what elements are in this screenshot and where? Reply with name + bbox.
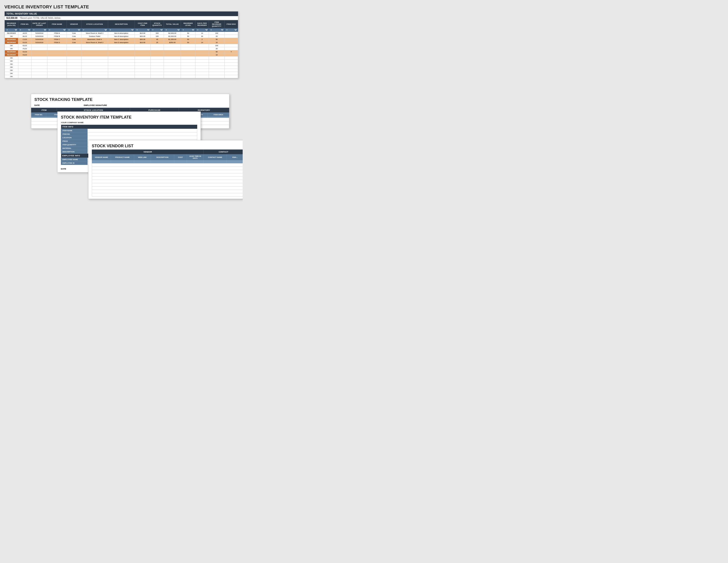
vendor-filter-cost[interactable] xyxy=(174,160,187,163)
total-value-note: *Based upon TOTAL VALUE fields, below. xyxy=(20,17,61,19)
col-header-itemreord: ITEM REORDER QUANTITY xyxy=(209,20,225,28)
company-name-label: YOUR COMPANY NAME xyxy=(58,121,201,125)
vendor-filter-weblink[interactable] xyxy=(134,160,151,163)
field-label-empname: EMPLOYEE NAME xyxy=(61,158,88,161)
st-col-itemno: ITEM NO. xyxy=(31,113,46,117)
table-row: OK xyxy=(5,56,238,60)
vendor-col-leadtime: LEAD TIME IN DAYS xyxy=(187,154,204,160)
filter-reordlvl[interactable]: ▼ xyxy=(181,29,195,31)
filter-desc[interactable]: ▼ xyxy=(109,29,134,31)
col-header-stockloc: STOCK LOCATION xyxy=(81,20,108,28)
inventory-table: REORDER (auto-fill) ITEM NO. DATE OF LAS… xyxy=(5,20,238,78)
col-header-totalval: TOTAL VALUE xyxy=(164,20,181,28)
field-value-location[interactable] xyxy=(88,136,197,139)
vendor-data-row xyxy=(92,177,243,180)
table-row: OKF12320 xyxy=(5,47,238,50)
table-row: OK xyxy=(5,66,238,69)
vendor-data-row xyxy=(92,186,243,190)
vendor-filter-contactname[interactable] xyxy=(204,160,227,163)
total-value-number: $13,550.00 xyxy=(6,17,17,19)
field-label-material: MATERIAL xyxy=(61,147,88,150)
inventory-table-body: REORDERA1235/20/2016ITEM AColeStore Room… xyxy=(5,32,238,78)
field-label-itemqty: ITEM QUANTITY xyxy=(61,143,88,147)
field-label-location: LOCATION xyxy=(61,136,88,139)
col-header-reorder: REORDER (auto-fill) xyxy=(5,20,18,28)
vendor-data-row xyxy=(92,167,243,170)
col-header-cost: COST PER ITEM xyxy=(135,20,151,28)
table-row: REORDERD1235/20/2016ITEM DColeStore Room… xyxy=(5,41,238,44)
col-header-itemname: ITEM NAME xyxy=(47,20,67,28)
filter-itemname[interactable]: ▼ xyxy=(48,29,66,31)
vendor-data-row xyxy=(92,173,243,177)
date-label: DATE xyxy=(34,104,40,106)
filter-itemdisc[interactable]: ▼ xyxy=(225,29,237,31)
field-label-itemname: ITEM NAME xyxy=(61,129,88,132)
vendor-data-row xyxy=(92,180,243,183)
vendor-data-row xyxy=(92,190,243,193)
table-row: REORDERA1235/20/2016ITEM AColeStore Room… xyxy=(5,32,238,35)
table-header-row: REORDER (auto-fill) ITEM NO. DATE OF LAS… xyxy=(5,20,238,28)
filter-stockqty[interactable]: ▼ xyxy=(151,29,163,31)
vendor-filter-productname[interactable] xyxy=(111,160,134,163)
filter-daysper[interactable]: ▼ xyxy=(196,29,208,31)
field-label-desc: DESCRIPTION xyxy=(61,150,88,154)
col-header-itemno: ITEM NO. xyxy=(18,20,32,28)
signature-label: EMPLOYEE SIGNATURE xyxy=(84,104,107,106)
col-header-desc: DESCRIPTION xyxy=(108,20,135,28)
filter-stockloc[interactable]: ▼ xyxy=(82,29,107,31)
table-row: OK xyxy=(5,60,238,63)
vendor-group-contact: CONTACT xyxy=(204,150,243,154)
col-header-date: DATE OF LAST ORDER xyxy=(32,20,47,28)
filter-date[interactable]: ▼ xyxy=(32,29,47,31)
section-item-info: ITEM INFO xyxy=(61,125,197,129)
vendor-col-desc: DESCRIPTION xyxy=(151,154,174,160)
vendor-data-row xyxy=(92,163,243,167)
group-item: ITEM xyxy=(31,108,57,113)
date-sig-row: DATE EMPLOYEE SIGNATURE xyxy=(31,103,229,108)
field-label-itemno: ITEM NO. xyxy=(61,132,88,136)
vendor-data-row xyxy=(92,170,243,173)
filter-vendor[interactable]: ▼ xyxy=(67,29,81,31)
col-header-stockqty: STOCK QUANTITY xyxy=(150,20,164,28)
st-col-itemarea: ITEM AREA xyxy=(208,113,229,117)
filter-cost[interactable]: ▼ xyxy=(135,29,150,31)
field-label-price: PRICE xyxy=(61,139,88,143)
vendor-table: VENDOR CONTACT VENDOR NAME PRODUCT NAME … xyxy=(92,149,243,196)
table-row: OKE123100 xyxy=(5,44,238,47)
vendor-filter-leadtime[interactable] xyxy=(187,160,204,163)
vendor-filter-vendorname[interactable] xyxy=(92,160,111,163)
vendor-filter-desc[interactable] xyxy=(151,160,174,163)
table-row: OK xyxy=(5,69,238,72)
col-header-reordlvl: REORDER LEVEL xyxy=(181,20,195,28)
stock-vendor-title: STOCK VENDOR LIST xyxy=(88,140,243,149)
stock-tracking-title: STOCK TRACKING TEMPLATE xyxy=(31,94,229,103)
total-value-row: $13,550.00 *Based upon TOTAL VALUE field… xyxy=(5,16,238,20)
col-header-daysper: DAYS PER REORDER xyxy=(195,20,209,28)
field-value-itemno[interactable] xyxy=(88,132,197,136)
filter-reorder[interactable]: ▼ xyxy=(5,29,18,31)
vendor-data-row xyxy=(92,183,243,186)
table-row: REORDERG12350Y xyxy=(5,50,238,53)
templates-area: STOCK TRACKING TEMPLATE DATE EMPLOYEE SI… xyxy=(4,81,238,235)
filter-itemno[interactable]: ▼ xyxy=(19,29,31,31)
vendor-col-cost: COST xyxy=(174,154,187,160)
vendor-col-weblink: WEB LINK xyxy=(134,154,151,160)
table-row: REORDERH12310 xyxy=(5,53,238,56)
field-value-itemname[interactable] xyxy=(88,129,197,132)
field-label-empid: EMPLOYEE ID xyxy=(61,161,88,165)
table-row: OK xyxy=(5,75,238,78)
vehicle-inventory-template: TOTAL INVENTORY VALUE $13,550.00 *Based … xyxy=(4,11,238,78)
vendor-col-vendorname: VENDOR NAME xyxy=(92,154,111,160)
vendor-group-vendor: VENDOR xyxy=(92,150,204,154)
filter-totalval[interactable]: ▼ xyxy=(164,29,180,31)
col-header-vendor: VENDOR xyxy=(67,20,81,28)
total-inventory-bar: TOTAL INVENTORY VALUE xyxy=(5,11,238,16)
table-row: OK xyxy=(5,63,238,66)
filter-itemreord[interactable]: ▼ xyxy=(209,29,224,31)
vendor-col-contactname: CONTACT NAME xyxy=(204,154,227,160)
table-row: REORDERC1235/20/2016ITEM CColeBasement, … xyxy=(5,38,238,41)
vendor-col-email: EMA... xyxy=(227,154,243,160)
vendor-filter-email[interactable] xyxy=(227,160,243,163)
stock-vendor-list-template: STOCK VENDOR LIST VENDOR CONTACT VENDOR … xyxy=(88,140,243,199)
col-header-itemdisc: ITEM DISC xyxy=(225,20,238,28)
